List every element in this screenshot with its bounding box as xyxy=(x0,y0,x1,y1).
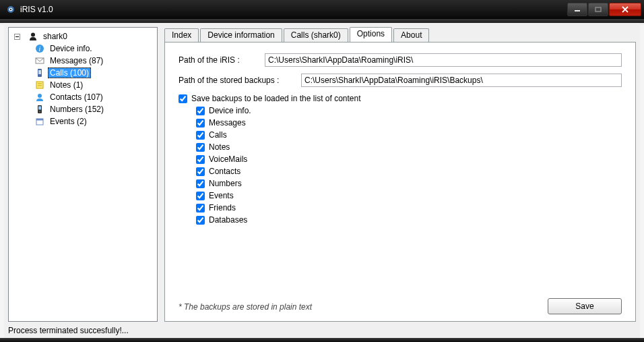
backup-item-checkbox[interactable] xyxy=(196,179,205,188)
save-backups-checkbox[interactable] xyxy=(179,94,187,103)
svg-rect-18 xyxy=(38,107,41,110)
tree-item-label: Notes (1) xyxy=(48,80,85,90)
backup-item-row: Device info. xyxy=(196,106,622,115)
tab-device-information[interactable]: Device information xyxy=(200,28,282,42)
backup-item-row: Numbers xyxy=(196,179,622,188)
backup-item-label: Device info. xyxy=(209,106,251,115)
tab-label: Index xyxy=(172,30,191,40)
cellphone-icon xyxy=(34,104,45,115)
tree-item-label: Messages (87) xyxy=(48,55,105,66)
window-controls xyxy=(567,3,641,16)
path-iris-input[interactable] xyxy=(265,53,622,67)
backup-item-row: Contacts xyxy=(196,167,622,176)
close-button[interactable] xyxy=(609,3,641,16)
titlebar[interactable]: iRIS v1.0 xyxy=(0,0,644,19)
phone-icon xyxy=(34,67,45,78)
maximize-button[interactable] xyxy=(588,3,608,16)
save-backups-label: Save backups to be loaded in the list of… xyxy=(191,94,361,103)
tree-item-messages[interactable]: Messages (87) xyxy=(34,55,157,67)
backup-item-checkbox[interactable] xyxy=(196,192,205,200)
svg-rect-21 xyxy=(36,119,43,121)
tab-index[interactable]: Index xyxy=(164,28,199,42)
backup-item-label: VoiceMails xyxy=(209,154,247,164)
tree-item-numbers[interactable]: Numbers (152) xyxy=(34,103,157,115)
svg-rect-6 xyxy=(15,36,19,37)
tree-item-contacts[interactable]: Contacts (107) xyxy=(34,91,157,103)
tab-calls[interactable]: Calls (shark0) xyxy=(284,28,348,42)
person-icon xyxy=(34,92,45,103)
path-iris-label: Path of the iRIS : xyxy=(179,55,265,65)
client-area: shark0 i Device info. Messages (87) xyxy=(4,23,640,338)
tree-item-notes[interactable]: Notes (1) xyxy=(34,79,157,91)
backup-item-row: Messages xyxy=(196,118,622,127)
tree-children: i Device info. Messages (87) Calls (100) xyxy=(13,42,157,127)
backup-item-label: Friends xyxy=(209,203,236,212)
backup-item-checkbox[interactable] xyxy=(196,107,205,115)
path-backups-input[interactable] xyxy=(301,74,622,87)
tab-label: Options xyxy=(357,29,385,38)
svg-point-19 xyxy=(39,111,40,113)
backup-item-checkbox[interactable] xyxy=(196,216,205,225)
backup-item-checkbox[interactable] xyxy=(196,119,205,127)
svg-rect-4 xyxy=(595,7,601,11)
tab-options[interactable]: Options xyxy=(350,27,392,42)
svg-point-7 xyxy=(31,33,35,37)
backup-item-label: Calls xyxy=(209,130,227,140)
tree-item-label: Events (2) xyxy=(48,116,89,127)
backup-item-label: Notes xyxy=(209,142,230,152)
svg-rect-12 xyxy=(38,70,41,74)
tree-item-label: Numbers (152) xyxy=(48,104,106,115)
tab-label: About xyxy=(401,30,422,40)
backup-item-row: VoiceMails xyxy=(196,154,622,164)
backup-item-row: Calls xyxy=(196,130,622,140)
tree-item-label: Contacts (107) xyxy=(48,92,105,103)
tab-about[interactable]: About xyxy=(393,28,429,42)
backup-item-checkbox[interactable] xyxy=(196,204,205,212)
collapse-icon[interactable] xyxy=(13,32,21,40)
app-icon xyxy=(5,4,16,15)
backup-item-checkbox[interactable] xyxy=(196,155,205,164)
backup-item-row: Events xyxy=(196,191,622,200)
tree-item-events[interactable]: Events (2) xyxy=(34,115,157,127)
footnote: * The backups are stored in plain text xyxy=(179,302,312,312)
backup-item-label: Events xyxy=(209,191,234,200)
app-window: iRIS v1.0 xyxy=(0,0,644,342)
svg-point-16 xyxy=(38,94,42,98)
backup-item-row: Notes xyxy=(196,142,622,152)
window-bottom-edge xyxy=(0,338,644,342)
path-backups-row: Path of the stored backups : xyxy=(179,74,622,87)
calendar-icon xyxy=(34,116,45,127)
backup-item-checkbox[interactable] xyxy=(196,143,205,152)
envelope-icon xyxy=(34,55,45,66)
tree-item-label: Calls (100) xyxy=(48,67,91,78)
backup-item-checkbox[interactable] xyxy=(196,167,205,176)
svg-rect-3 xyxy=(575,10,580,11)
save-button[interactable]: Save xyxy=(548,298,622,314)
tree-root-label: shark0 xyxy=(41,31,69,42)
user-icon xyxy=(28,31,38,42)
backup-item-label: Messages xyxy=(209,118,246,127)
svg-text:i: i xyxy=(39,45,41,53)
backup-items-list: Device info. Messages Calls Notes VoiceM… xyxy=(179,106,622,225)
minimize-button[interactable] xyxy=(567,3,587,16)
tabstrip: Index Device information Calls (shark0) … xyxy=(164,27,636,42)
path-backups-label: Path of the stored backups : xyxy=(179,76,301,85)
backup-item-checkbox[interactable] xyxy=(196,131,205,140)
tab-label: Device information xyxy=(207,30,274,40)
svg-point-2 xyxy=(10,8,11,9)
status-text: Process terminated succesfully!... xyxy=(8,326,129,335)
window-title: iRIS v1.0 xyxy=(20,5,53,14)
save-backups-row: Save backups to be loaded in the list of… xyxy=(179,94,622,103)
tree-item-calls[interactable]: Calls (100) xyxy=(34,67,157,79)
tree-panel[interactable]: shark0 i Device info. Messages (87) xyxy=(8,27,158,322)
backup-item-row: Friends xyxy=(196,203,622,212)
info-icon: i xyxy=(34,43,45,54)
note-icon xyxy=(34,80,45,90)
backup-item-label: Databases xyxy=(209,215,247,225)
tab-label: Calls (shark0) xyxy=(291,30,341,40)
backup-item-label: Numbers xyxy=(209,179,242,188)
options-panel: Path of the iRIS : Path of the stored ba… xyxy=(164,42,636,322)
tree-item-device-info[interactable]: i Device info. xyxy=(34,42,157,55)
svg-rect-13 xyxy=(36,82,43,88)
tree-root-row[interactable]: shark0 xyxy=(13,30,157,42)
